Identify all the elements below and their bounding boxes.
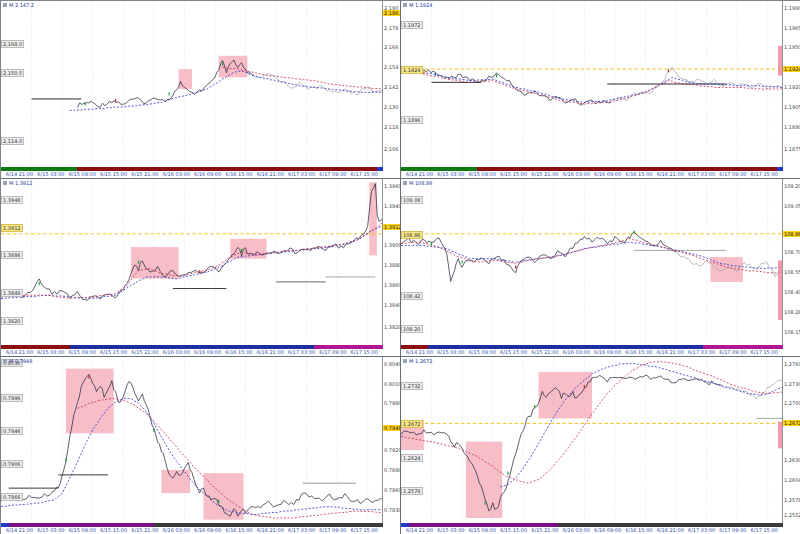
time-axis-label: 6/15 09:00 bbox=[69, 349, 96, 356]
chart-title-text: M 108.86 bbox=[409, 180, 432, 186]
time-axis-label: 6/15 15:00 bbox=[100, 171, 127, 178]
time-axis-label: 6/16 21:00 bbox=[257, 349, 284, 356]
price-axis-label: 1.1890 bbox=[784, 125, 800, 130]
price-axis-label: 1.2700 bbox=[784, 401, 800, 406]
level-price-label: 1.2624 bbox=[401, 454, 423, 462]
price-axis-label: 2,178 bbox=[384, 26, 398, 31]
chart-canvas[interactable] bbox=[1, 1, 383, 167]
time-axis: 6/14 21:006/15 03:006/15 09:006/15 15:00… bbox=[401, 349, 783, 356]
chart-canvas[interactable] bbox=[1, 357, 383, 523]
time-axis-label: 6/16 09:00 bbox=[194, 527, 221, 534]
time-axis-label: 6/15 09:00 bbox=[69, 171, 96, 178]
price-axis[interactable]: 109.20109.05108.70108.55108.40108.28108.… bbox=[782, 179, 800, 345]
time-axis-label: 6/16 03:00 bbox=[163, 527, 190, 534]
level-price-label: 0.7866 bbox=[1, 493, 23, 501]
time-axis-label: 6/17 09:00 bbox=[319, 349, 346, 356]
chart-panel-middle-left[interactable]: 1.39481.39121.38861.38481.3820 1.39601.3… bbox=[1, 179, 401, 357]
time-axis-label: 6/14 21:00 bbox=[406, 527, 433, 534]
chart-panel-top-right[interactable]: 1.19721.19241.1896 1.19801.19651.19501.1… bbox=[401, 1, 800, 179]
last-price-label: 2,186.2 bbox=[383, 10, 400, 16]
last-price-label: 108.86 bbox=[783, 231, 800, 237]
time-axis-label: 6/16 15:00 bbox=[625, 349, 652, 356]
level-price-label: 1.3820 bbox=[1, 317, 23, 325]
instrument-icon bbox=[403, 181, 407, 185]
chart-title-text: M 0.7948 bbox=[9, 358, 32, 364]
price-axis-label: 1.3860 bbox=[384, 283, 401, 288]
time-axis-label: 6/15 21:00 bbox=[131, 349, 158, 356]
time-axis-label: 6/15 09:00 bbox=[469, 349, 496, 356]
chart-plot-area[interactable]: 109.08108.86108.42108.20 bbox=[401, 179, 783, 345]
level-price-label: 0.7946 bbox=[1, 427, 23, 435]
price-axis-label: 1.3940 bbox=[384, 204, 401, 209]
last-price-label: 1.1924 bbox=[783, 66, 800, 72]
time-axis-label: 6/15 15:00 bbox=[100, 527, 127, 534]
chart-canvas[interactable] bbox=[401, 357, 783, 523]
chart-title-text: M 1.3912 bbox=[9, 180, 32, 186]
time-axis-label: 6/15 15:00 bbox=[500, 349, 527, 356]
price-axis-label: 1.3900 bbox=[384, 243, 401, 248]
level-price-label: 1.2672 bbox=[401, 420, 423, 428]
price-axis-label: 108.15 bbox=[784, 330, 800, 335]
time-axis-label: 6/16 15:00 bbox=[225, 171, 252, 178]
price-axis[interactable]: 1.39601.39401.39001.38801.38601.38401.38… bbox=[382, 179, 400, 345]
chart-plot-area[interactable]: 0.80360.79960.79460.79060.7866 bbox=[1, 357, 383, 523]
chart-plot-area[interactable]: 1.27321.26721.26241.2578 bbox=[401, 357, 783, 523]
chart-canvas[interactable] bbox=[1, 179, 383, 345]
level-price-label: 108.20 bbox=[401, 325, 423, 333]
price-axis-label: 1.1965 bbox=[784, 26, 800, 31]
price-axis-label: 108.70 bbox=[784, 250, 800, 255]
time-axis: 6/14 21:006/15 03:006/15 09:006/15 15:00… bbox=[1, 527, 383, 534]
price-axis-label: 0.8010 bbox=[384, 382, 401, 387]
chart-plot-area[interactable]: 2,168.02,150.52,114.0 bbox=[1, 1, 383, 167]
time-axis-label: 6/17 15:00 bbox=[351, 349, 378, 356]
time-axis-label: 6/15 03:00 bbox=[37, 171, 64, 178]
price-axis[interactable]: 1.19801.19651.19501.19201.19051.18901.18… bbox=[782, 1, 800, 167]
level-price-label: 108.86 bbox=[401, 231, 423, 239]
time-axis-label: 6/15 09:00 bbox=[69, 527, 96, 534]
time-axis-label: 6/16 15:00 bbox=[225, 349, 252, 356]
chart-panel-bottom-right[interactable]: 1.27321.26721.26241.2578 1.27601.27301.2… bbox=[401, 357, 800, 534]
price-axis[interactable]: 0.80400.80100.79800.79200.78900.78600.78… bbox=[382, 357, 400, 523]
time-axis-label: 6/14 21:00 bbox=[6, 171, 33, 178]
time-axis-label: 6/16 03:00 bbox=[163, 171, 190, 178]
chart-canvas[interactable] bbox=[401, 179, 783, 345]
price-axis-label: 1.3840 bbox=[384, 303, 401, 308]
time-axis-label: 6/15 15:00 bbox=[500, 527, 527, 534]
chart-plot-area[interactable]: 1.19721.19241.1896 bbox=[401, 1, 783, 167]
instrument-icon bbox=[3, 3, 7, 7]
price-axis[interactable]: 2,1902,1782,1662,1542,1422,1302,1182,106… bbox=[382, 1, 400, 167]
time-axis-label: 6/17 03:00 bbox=[688, 171, 715, 178]
time-axis-label: 6/17 09:00 bbox=[719, 349, 746, 356]
time-axis-label: 6/17 15:00 bbox=[751, 171, 778, 178]
price-axis-label: 2,130 bbox=[384, 105, 398, 110]
time-axis-label: 6/14 21:00 bbox=[406, 171, 433, 178]
price-axis-label: 0.7980 bbox=[384, 401, 401, 406]
time-axis-label: 6/17 09:00 bbox=[319, 171, 346, 178]
price-axis-label: 1.3820 bbox=[384, 325, 401, 330]
chart-panel-bottom-left[interactable]: 0.80360.79960.79460.79060.7866 0.80400.8… bbox=[1, 357, 401, 534]
time-axis-label: 6/17 03:00 bbox=[288, 349, 315, 356]
time-axis-label: 6/15 03:00 bbox=[437, 527, 464, 534]
price-axis-label: 1.2578 bbox=[784, 498, 800, 503]
price-axis-label: 1.2552 bbox=[784, 513, 800, 518]
chart-title: M 0.7948 bbox=[3, 358, 32, 364]
chart-panel-middle-right[interactable]: 109.08108.86108.42108.20 109.20109.05108… bbox=[401, 179, 800, 357]
time-axis-label: 6/17 15:00 bbox=[351, 171, 378, 178]
level-price-label: 1.1896 bbox=[401, 116, 423, 124]
chart-plot-area[interactable]: 1.39481.39121.38861.38481.3820 bbox=[1, 179, 383, 345]
time-axis-label: 6/16 09:00 bbox=[594, 527, 621, 534]
chart-panel-top-left[interactable]: 2,168.02,150.52,114.0 2,1902,1782,1662,1… bbox=[1, 1, 401, 179]
price-axis-label: 1.2604 bbox=[784, 478, 800, 483]
price-axis-label: 1.1905 bbox=[784, 105, 800, 110]
price-axis-label: 2,106 bbox=[384, 147, 398, 152]
time-axis-label: 6/16 03:00 bbox=[163, 349, 190, 356]
price-axis-label: 1.2730 bbox=[784, 382, 800, 387]
price-axis-label: 109.20 bbox=[784, 184, 800, 189]
price-axis-label: 108.40 bbox=[784, 290, 800, 295]
time-axis-label: 6/14 21:00 bbox=[406, 349, 433, 356]
multi-chart-workspace: 2,168.02,150.52,114.0 2,1902,1782,1662,1… bbox=[0, 0, 800, 534]
time-axis-label: 6/15 09:00 bbox=[469, 527, 496, 534]
price-axis[interactable]: 1.27601.27301.27001.26301.26041.25781.25… bbox=[782, 357, 800, 523]
chart-canvas[interactable] bbox=[401, 1, 783, 167]
price-axis-label: 2,166 bbox=[384, 45, 398, 50]
